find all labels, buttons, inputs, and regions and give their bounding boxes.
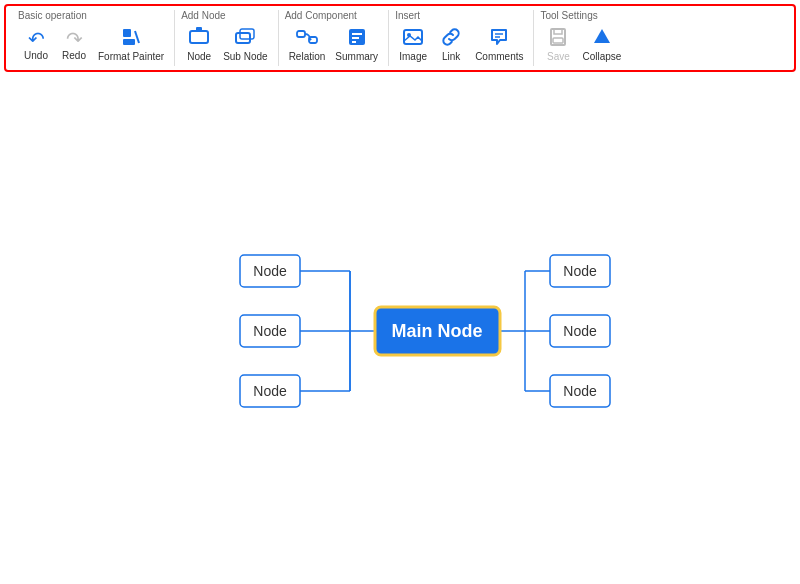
redo-label: Redo — [62, 50, 86, 61]
right-node-2-label: Node — [563, 323, 597, 339]
save-icon — [548, 27, 568, 50]
undo-button[interactable]: ↶ Undo — [18, 27, 54, 63]
mindmap-svg: Node Node Node Main Node Node Node Node — [150, 211, 650, 451]
collapse-button[interactable]: Collapse — [578, 25, 625, 64]
format-painter-label: Format Painter — [98, 51, 164, 62]
format-painter-button[interactable]: Format Painter — [94, 25, 168, 64]
main-node-label: Main Node — [391, 321, 482, 341]
image-label: Image — [399, 51, 427, 62]
group-label-insert: Insert — [395, 10, 527, 21]
svg-rect-3 — [190, 31, 208, 43]
group-label-add-node: Add Node — [181, 10, 271, 21]
svg-rect-0 — [123, 29, 131, 37]
group-insert: Insert Image Link Comments — [389, 10, 534, 66]
sub-node-button[interactable]: Sub Node — [219, 25, 271, 64]
add-component-buttons: Relation Summary — [285, 23, 383, 66]
sub-node-icon — [235, 27, 255, 50]
save-button[interactable]: Save — [540, 25, 576, 64]
svg-rect-8 — [297, 31, 305, 37]
undo-icon: ↶ — [28, 29, 45, 49]
comments-button[interactable]: Comments — [471, 25, 527, 64]
link-button[interactable]: Link — [433, 25, 469, 64]
group-add-node: Add Node Node Sub Node — [175, 10, 278, 66]
comments-icon — [489, 27, 509, 50]
group-add-component: Add Component Relation Summary — [279, 10, 390, 66]
svg-marker-22 — [594, 29, 610, 43]
toolbar: Basic operation ↶ Undo ↷ Redo Format Pai… — [4, 4, 796, 72]
comments-label: Comments — [475, 51, 523, 62]
group-label-tool-settings: Tool Settings — [540, 10, 625, 21]
undo-label: Undo — [24, 50, 48, 61]
save-label: Save — [547, 51, 570, 62]
relation-label: Relation — [289, 51, 326, 62]
relation-button[interactable]: Relation — [285, 25, 330, 64]
add-node-buttons: Node Sub Node — [181, 23, 271, 66]
format-painter-icon — [121, 27, 141, 50]
link-label: Link — [442, 51, 460, 62]
summary-button[interactable]: Summary — [331, 25, 382, 64]
collapse-label: Collapse — [582, 51, 621, 62]
basic-operation-buttons: ↶ Undo ↷ Redo Format Painter — [18, 23, 168, 66]
node-label: Node — [187, 51, 211, 62]
right-node-1-label: Node — [563, 263, 597, 279]
relation-icon — [296, 27, 318, 50]
svg-rect-6 — [236, 33, 250, 43]
insert-buttons: Image Link Comments — [395, 23, 527, 66]
left-node-3-label: Node — [253, 383, 287, 399]
summary-icon — [347, 27, 367, 50]
group-tool-settings: Tool Settings Save Collapse — [534, 10, 631, 66]
sub-node-label: Sub Node — [223, 51, 267, 62]
left-node-1-label: Node — [253, 263, 287, 279]
node-icon — [189, 27, 209, 50]
svg-rect-1 — [123, 39, 135, 45]
image-button[interactable]: Image — [395, 25, 431, 64]
image-icon — [403, 27, 423, 50]
svg-rect-21 — [553, 38, 563, 43]
node-button[interactable]: Node — [181, 25, 217, 64]
svg-rect-15 — [404, 30, 422, 44]
left-node-2-label: Node — [253, 323, 287, 339]
redo-button[interactable]: ↷ Redo — [56, 27, 92, 63]
mindmap-container: Node Node Node Main Node Node Node Node — [150, 211, 650, 451]
group-label-add-component: Add Component — [285, 10, 383, 21]
link-icon — [441, 27, 461, 50]
collapse-icon — [592, 27, 612, 50]
canvas: Node Node Node Main Node Node Node Node — [0, 78, 800, 584]
svg-rect-20 — [554, 29, 562, 34]
group-label-basic-operation: Basic operation — [18, 10, 168, 21]
group-basic-operation: Basic operation ↶ Undo ↷ Redo Format Pai… — [12, 10, 175, 66]
summary-label: Summary — [335, 51, 378, 62]
tool-settings-buttons: Save Collapse — [540, 23, 625, 66]
redo-icon: ↷ — [66, 29, 83, 49]
right-node-3-label: Node — [563, 383, 597, 399]
svg-rect-5 — [196, 27, 202, 31]
svg-line-2 — [135, 31, 139, 43]
